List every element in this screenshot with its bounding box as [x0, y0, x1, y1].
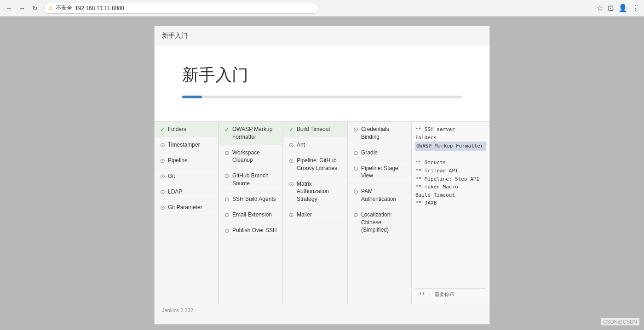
- plugin-item-timestamper[interactable]: ⊙ Timestamper: [155, 137, 218, 153]
- plugin-name: Publish Over SSH: [232, 227, 277, 234]
- plugin-name: Localization: Chinese (Simplified): [361, 211, 406, 234]
- plugin-name: PAM Authentication: [361, 188, 406, 203]
- right-panel: ** SSH server Folders OWASP Markup Forma…: [411, 122, 489, 304]
- circle-icon: ⊙: [160, 173, 165, 180]
- plugin-item-build-timeout[interactable]: ✓ Build Timeout: [283, 122, 347, 137]
- plugin-name: SSH Build Agents: [232, 195, 276, 203]
- address-bar[interactable]: ⚠ 不安全 192.168.11.11:8080: [43, 3, 319, 14]
- plugin-col-3: ✓ Build Timeout ⊙ Ant ⊙ Pipeline: GitHub…: [283, 122, 347, 304]
- circle-icon: ⊙: [224, 196, 230, 203]
- plugin-name: Pipeline: GitHub Groovy Libraries: [297, 157, 341, 172]
- plugin-col-2: ✓ OWASP Markup Formatter ⊙ Workspace Cle…: [219, 122, 283, 304]
- plugin-name: LDAP: [168, 188, 182, 196]
- content-card: 新手入门 新手入门 ✓ Folders ⊙ Timestampe: [154, 26, 490, 324]
- right-panel-line-trilead: ** Trilead API: [415, 168, 458, 174]
- plugin-item-github-branch-source[interactable]: ⊙ GitHub Branch Source: [219, 168, 282, 192]
- plugin-name: Pipeline: Stage View: [361, 165, 406, 180]
- circle-icon: ⊙: [160, 188, 165, 195]
- plugin-item-gradle[interactable]: ⊙ Gradle: [348, 145, 411, 161]
- extensions-icon[interactable]: ⊡: [608, 4, 614, 12]
- security-warning-text: 不安全: [56, 4, 72, 12]
- plugin-item-ldap[interactable]: ⊙ LDAP: [155, 184, 218, 200]
- right-panel-footer: ** - 需要你帮: [415, 288, 486, 301]
- progress-track: [182, 96, 462, 98]
- card-header: 新手入门: [155, 26, 489, 46]
- circle-icon: ⊙: [289, 181, 294, 188]
- security-warning-icon: ⚠: [48, 5, 53, 11]
- browser-chrome: ← → ↻ ⚠ 不安全 192.168.11.11:8080 ☆ ⊡ 👤 ⋮: [0, 0, 644, 17]
- plugin-item-localization-chinese[interactable]: ⊙ Localization: Chinese (Simplified): [348, 207, 411, 238]
- progress-fill: [182, 96, 202, 98]
- circle-icon: ⊙: [353, 149, 358, 156]
- circle-icon: ⊙: [224, 149, 230, 156]
- plugin-name: Email Extension: [232, 211, 272, 219]
- plugin-name: Timestamper: [168, 141, 200, 149]
- plugin-item-owasp[interactable]: ✓ OWASP Markup Formatter: [219, 122, 282, 145]
- check-icon: ✓: [224, 126, 230, 133]
- check-icon: ✓: [160, 126, 165, 133]
- plugin-item-email-extension[interactable]: ⊙ Email Extension: [219, 207, 282, 223]
- forward-button[interactable]: →: [17, 4, 27, 13]
- plugin-table-area: ✓ Folders ⊙ Timestamper ⊙ Pipeline ⊙ Git: [155, 121, 489, 304]
- plugin-name: Build Timeout: [297, 125, 330, 133]
- circle-icon: ⊙: [353, 126, 358, 133]
- circle-icon: ⊙: [289, 157, 294, 164]
- plugin-name: Folders: [168, 125, 186, 133]
- circle-icon: ⊙: [289, 211, 294, 218]
- circle-icon: ⊙: [353, 165, 358, 172]
- right-panel-line-build-timeout: Build Timeout: [415, 192, 455, 198]
- plugin-item-workspace-cleanup[interactable]: ⊙ Workspace Cleanup: [219, 145, 282, 169]
- browser-icons: ☆ ⊡ 👤 ⋮: [597, 4, 639, 12]
- plugin-item-ssh-build-agents[interactable]: ⊙ SSH Build Agents: [219, 192, 282, 207]
- plugin-item-pipeline[interactable]: ⊙ Pipeline: [155, 153, 218, 169]
- circle-icon: ⊙: [224, 227, 230, 234]
- check-icon: ✓: [289, 126, 294, 133]
- card-footer: Jenkins 2.322: [155, 304, 489, 317]
- plugin-item-pipeline-stage-view[interactable]: ⊙ Pipeline: Stage View: [348, 161, 411, 184]
- plugin-name: GitHub Branch Source: [232, 172, 277, 188]
- page-title: 新手入门: [162, 32, 188, 39]
- circle-icon: ⊙: [353, 211, 358, 218]
- right-panel-line-pipeline-step: ** Pipeline: Step API: [415, 176, 479, 182]
- jenkins-version: Jenkins 2.322: [162, 307, 193, 313]
- plugin-name: Matrix Authorization Strategy: [297, 180, 341, 203]
- plugin-cols: ✓ Folders ⊙ Timestamper ⊙ Pipeline ⊙ Git: [155, 122, 411, 304]
- bookmark-icon[interactable]: ☆: [597, 4, 603, 12]
- plugin-item-publish-over-ssh[interactable]: ⊙ Publish Over SSH: [219, 223, 282, 239]
- plugin-item-git[interactable]: ⊙ Git: [155, 169, 218, 184]
- plugin-item-ant[interactable]: ⊙ Ant: [283, 137, 347, 153]
- right-panel-line-jaxb: ** JAXB: [415, 200, 437, 206]
- page-wrapper: 新手入门 新手入门 ✓ Folders ⊙ Timestampe: [0, 17, 644, 330]
- profile-icon[interactable]: 👤: [618, 4, 627, 12]
- plugin-item-pam-authentication[interactable]: ⊙ PAM Authentication: [348, 184, 411, 207]
- plugin-item-pipeline-github-groovy[interactable]: ⊙ Pipeline: GitHub Groovy Libraries: [283, 153, 347, 176]
- plugin-col-1: ✓ Folders ⊙ Timestamper ⊙ Pipeline ⊙ Git: [155, 122, 218, 304]
- circle-icon: ⊙: [160, 142, 165, 148]
- plugin-name: Git: [168, 172, 175, 180]
- plugin-name: Gradle: [361, 149, 378, 157]
- menu-icon[interactable]: ⋮: [632, 4, 639, 12]
- plugin-name: Workspace Cleanup: [232, 149, 277, 165]
- back-button[interactable]: ←: [5, 4, 14, 13]
- plugin-name: Pipeline: [168, 157, 188, 165]
- plugin-item-matrix-auth[interactable]: ⊙ Matrix Authorization Strategy: [283, 176, 347, 207]
- url-text: 192.168.11.11:8080: [75, 5, 124, 11]
- circle-icon: ⊙: [160, 204, 165, 211]
- plugin-item-credentials-binding[interactable]: ⊙ Credentials Binding: [348, 122, 411, 145]
- reload-button[interactable]: ↻: [30, 4, 40, 13]
- plugin-item-folders[interactable]: ✓ Folders: [155, 122, 218, 137]
- plugin-name: OWASP Markup Formatter: [232, 125, 277, 141]
- plugin-col-4: ⊙ Credentials Binding ⊙ Gradle ⊙ Pipelin…: [348, 122, 411, 304]
- plugin-name: Ant: [297, 141, 305, 149]
- circle-icon: ⊙: [289, 142, 294, 148]
- circle-icon: ⊙: [224, 172, 230, 179]
- right-panel-line-token-macro: ** Token Macro: [415, 184, 458, 190]
- circle-icon: ⊙: [224, 211, 230, 218]
- plugin-item-git-parameter[interactable]: ⊙ Git Parameter: [155, 200, 218, 216]
- plugin-item-mailer[interactable]: ⊙ Mailer: [283, 207, 347, 223]
- plugin-name: Git Parameter: [168, 204, 202, 211]
- plugin-name: Credentials Binding: [361, 125, 406, 141]
- watermark: CSDN@CSDN: [601, 318, 639, 325]
- plugin-name: Mailer: [297, 211, 312, 219]
- hero-title: 新手入门: [182, 64, 462, 86]
